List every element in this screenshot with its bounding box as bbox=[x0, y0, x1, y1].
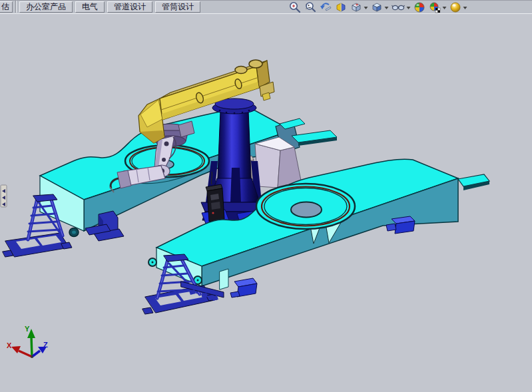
display-style-icon bbox=[370, 1, 384, 14]
view-orientation-icon bbox=[350, 1, 363, 14]
view-settings-button[interactable] bbox=[449, 1, 467, 14]
zoom-to-fit-icon bbox=[288, 1, 302, 14]
apply-scene-button[interactable] bbox=[428, 1, 447, 14]
display-style-button[interactable] bbox=[370, 1, 389, 14]
previous-view-button[interactable] bbox=[319, 1, 332, 14]
tab-evaluate-partial[interactable]: 估 bbox=[0, 1, 13, 13]
previous-view-icon bbox=[319, 1, 332, 14]
dropdown-caret-icon bbox=[406, 1, 411, 14]
tab-piping-design[interactable]: 管道设计 bbox=[107, 1, 152, 13]
section-view-button[interactable] bbox=[334, 1, 348, 14]
zoom-to-area-button[interactable] bbox=[304, 1, 317, 14]
tab-electrical[interactable]: 电气 bbox=[75, 1, 105, 13]
heads-up-toolbar bbox=[288, 0, 467, 14]
zoom-to-fit-button[interactable] bbox=[288, 1, 302, 14]
dropdown-caret-icon bbox=[364, 1, 368, 14]
tab-separator bbox=[15, 1, 17, 13]
orientation-triad[interactable]: X Y Z bbox=[7, 325, 48, 358]
edit-appearance-button[interactable] bbox=[413, 1, 426, 14]
section-view-icon bbox=[334, 1, 348, 14]
tab-office-products[interactable]: 办公室产品 bbox=[19, 1, 73, 13]
support-block-mid[interactable] bbox=[230, 278, 257, 297]
appearance-ball-icon bbox=[413, 1, 426, 14]
glasses-icon bbox=[391, 1, 405, 14]
dropdown-caret-icon bbox=[442, 1, 447, 14]
apply-scene-icon bbox=[428, 1, 441, 14]
panel-splitter-handle[interactable] bbox=[1, 185, 7, 207]
hide-show-items-button[interactable] bbox=[391, 1, 411, 14]
front-ring[interactable] bbox=[256, 184, 355, 229]
tab-tubing-design[interactable]: 管筒设计 bbox=[155, 1, 200, 13]
view-orientation-button[interactable] bbox=[350, 1, 368, 14]
zoom-to-area-icon bbox=[304, 1, 317, 14]
z-axis-label: Z bbox=[43, 341, 48, 349]
view-settings-icon bbox=[449, 1, 462, 14]
x-axis-label: X bbox=[7, 341, 12, 349]
y-axis-label: Y bbox=[25, 325, 30, 333]
dropdown-caret-icon bbox=[384, 1, 389, 14]
dropdown-caret-icon bbox=[463, 1, 467, 14]
model-scene: X Y Z bbox=[0, 0, 532, 392]
graphics-viewport[interactable]: X Y Z bbox=[0, 0, 532, 392]
